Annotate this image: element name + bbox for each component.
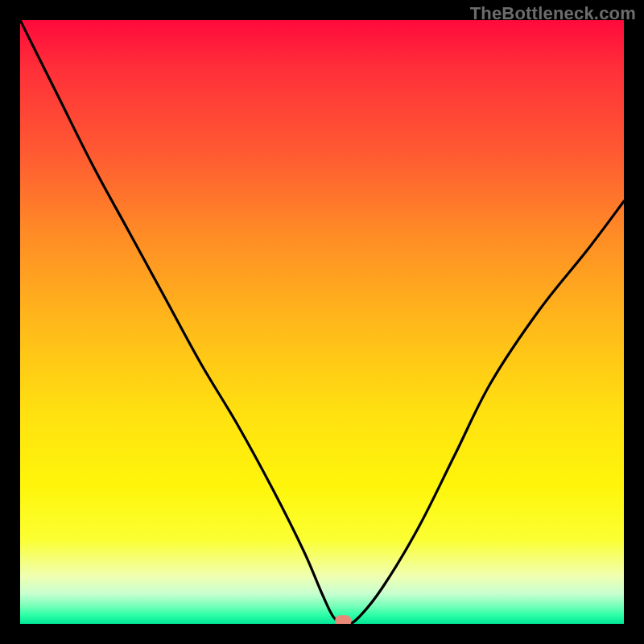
curve-svg — [20, 20, 624, 624]
optimum-marker — [335, 615, 351, 624]
chart-frame: TheBottleneck.com — [0, 0, 644, 644]
watermark-text: TheBottleneck.com — [470, 3, 636, 24]
plot-area — [20, 20, 624, 624]
bottleneck-curve — [20, 20, 624, 624]
